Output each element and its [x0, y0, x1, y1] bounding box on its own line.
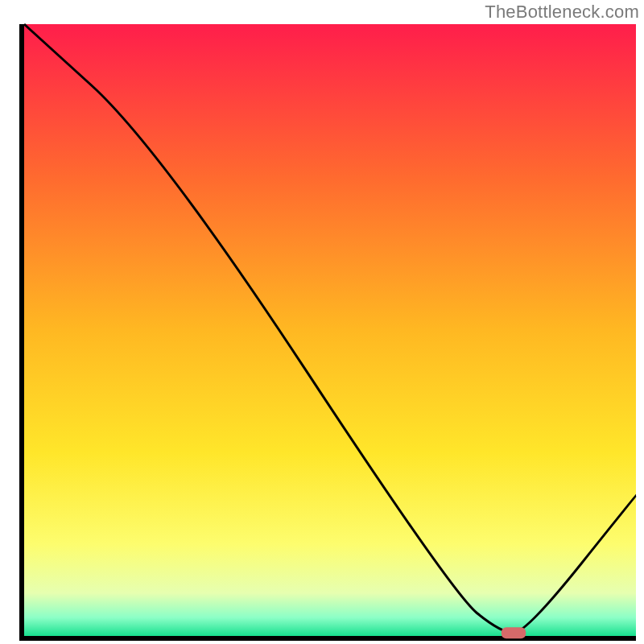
optimal-marker: [502, 627, 526, 638]
plot-background: [24, 24, 636, 636]
watermark-text: TheBottleneck.com: [485, 2, 639, 23]
x-axis: [19, 636, 636, 641]
chart-container: { "watermark": "TheBottleneck.com", "cha…: [0, 0, 644, 644]
chart-svg: [0, 0, 644, 644]
y-axis: [19, 24, 24, 641]
